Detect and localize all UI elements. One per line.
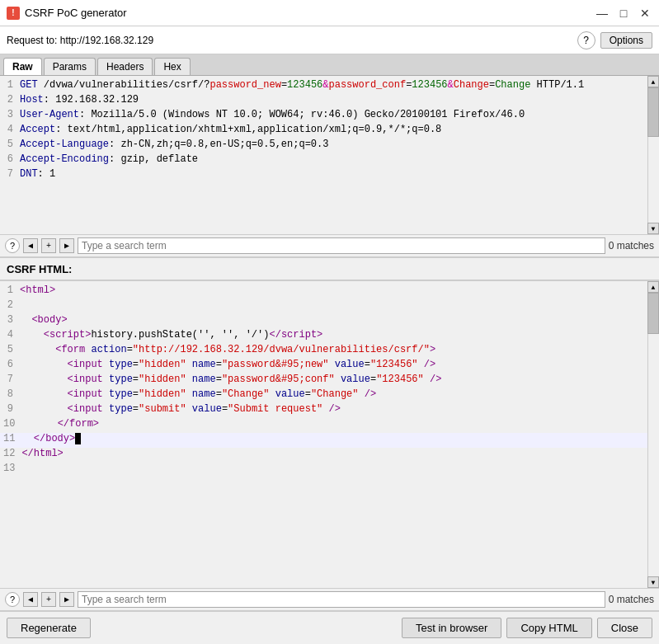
html-line: 5 <form action="http://192.168.32.129/dv… <box>0 344 659 359</box>
html-line: 13 <box>0 463 659 477</box>
options-button[interactable]: Options <box>600 32 652 49</box>
search-plus-button-top[interactable]: + <box>41 238 56 253</box>
search-help-button-bottom[interactable]: ? <box>5 592 20 607</box>
request-panel: 1GET /dvwa/vulnerabilities/csrf/?passwor… <box>0 76 659 234</box>
bottom-bar: Regenerate Test in browser Copy HTML Clo… <box>0 611 659 644</box>
html-line: 10 </form> <box>0 418 659 433</box>
csrf-code-area[interactable]: 1<html>2 3 <body>4 <script>history.pushS… <box>0 281 659 588</box>
lower-scroll-thumb[interactable] <box>647 293 659 334</box>
html-line: 9 <input type="submit" value="Submit req… <box>0 403 659 418</box>
csrf-panel: 1<html>2 3 <body>4 <script>history.pushS… <box>0 280 659 588</box>
regenerate-button[interactable]: Regenerate <box>7 618 91 638</box>
html-line: 3 <body> <box>0 314 659 329</box>
title-controls: — □ ✕ <box>595 6 652 21</box>
request-right: ? Options <box>577 31 652 49</box>
tab-params[interactable]: Params <box>44 58 96 75</box>
search-input-bottom[interactable] <box>78 591 605 608</box>
request-line: 5Accept-Language: zh-CN,zh;q=0.8,en-US;q… <box>0 139 659 153</box>
request-url: Request to: http://192.168.32.129 <box>7 35 153 46</box>
title-bar: ! CSRF PoC generator — □ ✕ <box>0 0 659 26</box>
tab-hex[interactable]: Hex <box>154 58 190 75</box>
request-line: 4Accept: text/html,application/xhtml+xml… <box>0 124 659 139</box>
lower-scroll-down-arrow[interactable]: ▼ <box>647 576 659 588</box>
html-line: 4 <script>history.pushState('', '', '/')… <box>0 329 659 344</box>
app-icon-text: ! <box>12 8 14 17</box>
window-title: CSRF PoC generator <box>25 7 127 19</box>
request-line: 1GET /dvwa/vulnerabilities/csrf/?passwor… <box>0 79 659 94</box>
html-line: 11 </body> <box>0 433 659 448</box>
help-button[interactable]: ? <box>577 31 595 49</box>
html-line: 6 <input type="hidden" name="password&#9… <box>0 359 659 374</box>
search-next-button-bottom[interactable]: ▶ <box>59 592 74 607</box>
html-line: 7 <input type="hidden" name="password&#9… <box>0 374 659 388</box>
upper-scrollbar[interactable]: ▲ ▼ <box>647 76 659 234</box>
tab-headers[interactable]: Headers <box>97 58 153 75</box>
scroll-up-arrow[interactable]: ▲ <box>647 76 659 87</box>
search-prev-button-bottom[interactable]: ◀ <box>23 592 38 607</box>
request-code-area[interactable]: 1GET /dvwa/vulnerabilities/csrf/?passwor… <box>0 76 659 234</box>
close-window-button[interactable]: ✕ <box>638 6 652 21</box>
request-line: 3User-Agent: Mozilla/5.0 (Windows NT 10.… <box>0 109 659 124</box>
maximize-button[interactable]: □ <box>616 6 631 21</box>
tab-raw[interactable]: Raw <box>3 58 42 75</box>
scroll-down-arrow[interactable]: ▼ <box>647 223 659 234</box>
request-line: 6Accept-Encoding: gzip, deflate <box>0 153 659 168</box>
lower-scrollbar[interactable]: ▲ ▼ <box>647 281 659 588</box>
html-line: 2 <box>0 299 659 314</box>
test-in-browser-button[interactable]: Test in browser <box>402 618 501 638</box>
close-button[interactable]: Close <box>597 618 652 638</box>
title-left: ! CSRF PoC generator <box>7 7 127 20</box>
search-bar-bottom: ? ◀ + ▶ 0 matches <box>0 588 659 611</box>
request-line: 2Host: 192.168.32.129 <box>0 94 659 109</box>
search-next-button-top[interactable]: ▶ <box>59 238 74 253</box>
html-line: 12</html> <box>0 448 659 463</box>
copy-html-button[interactable]: Copy HTML <box>506 618 591 638</box>
request-line: 7DNT: 1 <box>0 168 659 183</box>
search-prev-button-top[interactable]: ◀ <box>23 238 38 253</box>
search-input-top[interactable] <box>78 237 605 254</box>
minimize-button[interactable]: — <box>595 6 610 21</box>
tabs: Raw Params Headers Hex <box>0 54 659 76</box>
lower-scroll-up-arrow[interactable]: ▲ <box>647 281 659 293</box>
request-bar: Request to: http://192.168.32.129 ? Opti… <box>0 26 659 54</box>
search-plus-button-bottom[interactable]: + <box>41 592 56 607</box>
csrf-section-label: CSRF HTML: <box>0 257 659 280</box>
app-icon: ! <box>7 7 20 20</box>
html-line: 1<html> <box>0 284 659 299</box>
scroll-thumb[interactable] <box>647 87 659 137</box>
search-bar-top: ? ◀ + ▶ 0 matches <box>0 234 659 257</box>
search-matches-bottom: 0 matches <box>609 594 654 605</box>
html-line: 8 <input type="hidden" name="Change" val… <box>0 388 659 403</box>
search-matches-top: 0 matches <box>609 240 654 251</box>
search-help-button-top[interactable]: ? <box>5 238 20 253</box>
